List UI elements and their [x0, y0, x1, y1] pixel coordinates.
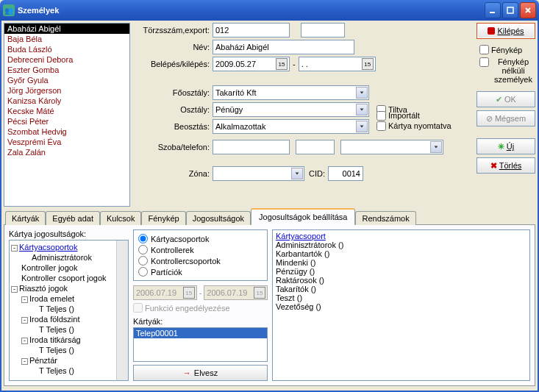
- group-item[interactable]: Mindenki (): [276, 258, 526, 267]
- kilep-date[interactable]: . .15: [299, 57, 376, 71]
- chk-kartya[interactable]: Kártya nyomtatva: [376, 121, 451, 131]
- chevron-down-icon[interactable]: [430, 141, 442, 153]
- megsem-button[interactable]: ⊘Mégsem: [476, 110, 535, 126]
- chevron-down-icon[interactable]: [291, 168, 303, 179]
- nev-input[interactable]: [213, 40, 354, 54]
- group-item[interactable]: Takarítók (): [276, 285, 526, 293]
- person-item[interactable]: Abaházi Abigél: [4, 24, 129, 34]
- person-item[interactable]: Buda László: [4, 44, 129, 54]
- app-icon: 👥: [3, 4, 15, 16]
- group-item[interactable]: Karbantartók (): [276, 249, 526, 258]
- date-to: 2006.07.1915: [204, 285, 268, 300]
- person-item[interactable]: Kecske Máté: [4, 106, 129, 116]
- calendar-icon[interactable]: 15: [276, 58, 288, 70]
- maximize-button[interactable]: [502, 2, 518, 18]
- person-item[interactable]: Szombat Hedvig: [4, 126, 129, 137]
- extra-combo[interactable]: [340, 140, 443, 154]
- group-heading-link[interactable]: Kártyacsoport: [276, 232, 526, 240]
- tab[interactable]: Jogosultságok beállítása: [251, 208, 355, 225]
- uj-button[interactable]: ✳Új: [476, 138, 535, 154]
- label-torzs: Törzsszám,export:: [133, 26, 213, 35]
- person-item[interactable]: Baja Béla: [4, 34, 129, 44]
- chk-funkcio: Funkció engedélyezése: [133, 303, 268, 313]
- chk-fenykep[interactable]: Fénykép: [479, 45, 535, 54]
- svg-rect-0: [490, 12, 495, 13]
- torzs-input[interactable]: [213, 23, 290, 38]
- tab[interactable]: Kártyák: [5, 211, 46, 225]
- group-item[interactable]: Pénzügy (): [276, 267, 526, 276]
- group-item[interactable]: Vezetőség (): [276, 302, 526, 311]
- tab[interactable]: Egyéb adat: [46, 211, 100, 225]
- person-list[interactable]: Abaházi AbigélBaja BélaBuda LászlóDebrec…: [4, 23, 130, 207]
- chevron-down-icon[interactable]: [356, 104, 368, 115]
- radio-kontrollerek[interactable]: Kontrollerek: [138, 244, 263, 255]
- zona-combo[interactable]: [213, 166, 304, 181]
- chevron-down-icon[interactable]: [356, 121, 368, 132]
- label-kartyak: Kártyák:: [133, 317, 268, 326]
- person-item[interactable]: Zala Zalán: [4, 147, 129, 157]
- label-szoba: Szoba/telefon:: [133, 143, 213, 152]
- kilepes-button[interactable]: Kilépés: [476, 23, 535, 39]
- label-cid: CID:: [309, 169, 325, 178]
- group-item[interactable]: Raktárosok (): [276, 276, 526, 285]
- tab[interactable]: Jogosultságok: [186, 211, 251, 225]
- radio-kontrollercsoportok[interactable]: Kontrollercsoportok: [138, 255, 263, 266]
- label-belep: Belépés/kilépés:: [133, 60, 213, 68]
- tab[interactable]: Fénykép: [141, 211, 185, 225]
- label-beosztas: Beosztás:: [133, 122, 213, 131]
- chk-importalt[interactable]: Importált: [376, 111, 451, 121]
- tab[interactable]: Rendszámok: [355, 211, 415, 225]
- osztaly-combo[interactable]: Pénügy: [213, 102, 369, 117]
- calendar-icon[interactable]: 15: [362, 58, 374, 70]
- date-from: 2006.07.1915: [133, 285, 197, 300]
- telefon-input[interactable]: [296, 140, 335, 154]
- belep-date[interactable]: 2009.05.2715: [213, 57, 290, 71]
- person-item[interactable]: Veszprémi Éva: [4, 137, 129, 147]
- label-zona: Zóna:: [133, 169, 213, 178]
- minimize-button[interactable]: [485, 2, 501, 18]
- foosztaly-combo[interactable]: Takarító Kft: [213, 85, 369, 100]
- group-item[interactable]: Teszt (): [276, 293, 526, 302]
- szoba-input[interactable]: [213, 140, 290, 154]
- radio-particiok[interactable]: Partíciók: [138, 266, 263, 277]
- beosztas-combo[interactable]: Alkalmazottak: [213, 119, 369, 134]
- group-item[interactable]: Adminisztrátorok (): [276, 240, 526, 249]
- person-item[interactable]: Győr Gyula: [4, 75, 129, 85]
- label-foosztaly: Főosztály:: [133, 88, 213, 97]
- cid-input[interactable]: [328, 166, 363, 181]
- person-item[interactable]: Eszter Gomba: [4, 65, 129, 75]
- label-osztaly: Osztály:: [133, 105, 213, 114]
- scrollbar[interactable]: [116, 240, 128, 380]
- filter-radios: Kártyacsoportok Kontrollerek Kontrollerc…: [133, 229, 268, 281]
- cards-listbox[interactable]: Telep00001: [133, 327, 268, 362]
- chevron-down-icon[interactable]: [356, 87, 368, 99]
- ok-button[interactable]: ✔OK: [476, 91, 535, 107]
- radio-kartyacsoportok[interactable]: Kártyacsoportok: [138, 233, 263, 244]
- label-nev: Név:: [133, 43, 213, 51]
- panel-heading: Kártya jogosultságok:: [9, 229, 129, 238]
- svg-rect-1: [507, 7, 513, 13]
- torles-button[interactable]: ✖Törlés: [476, 157, 535, 174]
- person-item[interactable]: Pécsi Péter: [4, 116, 129, 126]
- person-item[interactable]: Kanizsa Károly: [4, 96, 129, 106]
- tab[interactable]: Kulcsok: [100, 211, 142, 225]
- group-list[interactable]: Kártyacsoport Adminisztrátorok ()Karbant…: [272, 229, 530, 381]
- person-item[interactable]: Debreceni Debora: [4, 54, 129, 65]
- window-title: Személyek: [18, 6, 483, 15]
- chk-fenykep-nelkuli[interactable]: Fénykép nélküli személyek: [479, 57, 535, 84]
- export-input[interactable]: [301, 23, 345, 38]
- elvesz-button[interactable]: →Elvesz: [133, 365, 268, 381]
- close-button[interactable]: [520, 2, 536, 18]
- permissions-tree[interactable]: -Kártyacsoportok Adminisztrátorok Kontro…: [9, 240, 129, 381]
- person-item[interactable]: Jörg Jörgerson: [4, 85, 129, 96]
